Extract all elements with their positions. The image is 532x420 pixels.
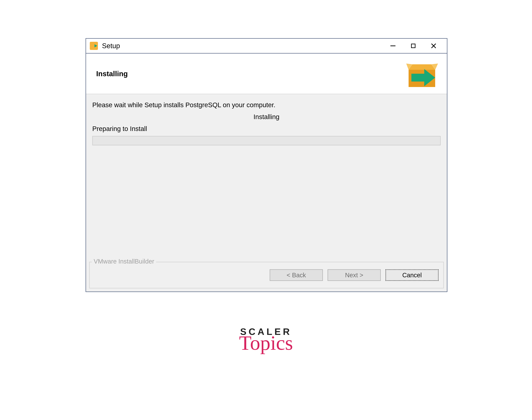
titlebar: Setup [86,39,447,54]
back-button[interactable]: < Back [270,269,323,281]
page-heading: Installing [96,70,128,78]
package-arrow-icon [404,58,440,89]
close-button[interactable] [423,39,444,53]
progress-bar [92,136,441,145]
setup-dialog: Setup Installing [86,38,447,292]
cancel-button[interactable]: Cancel [385,269,439,281]
footer-legend: VMware InstallBuilder [92,258,156,265]
install-centered-label: Installing [92,113,441,121]
svg-marker-6 [409,64,435,70]
install-status: Preparing to Install [92,125,441,133]
next-button[interactable]: Next > [327,269,381,281]
app-icon [89,41,99,51]
maximize-button[interactable] [403,39,423,53]
body-area: Please wait while Setup installs Postgre… [86,94,447,145]
footer-buttons: < Back Next > Cancel [270,269,439,281]
scaler-topics-logo: SCALER Topics [239,327,293,353]
footer-fieldset: VMware InstallBuilder < Back Next > Canc… [89,262,444,288]
header-strip: Installing [86,54,447,94]
svg-rect-3 [411,44,415,48]
install-message: Please wait while Setup installs Postgre… [92,101,441,109]
window-title: Setup [102,42,120,50]
logo-line2: Topics [239,333,293,353]
minimize-button[interactable] [383,39,403,53]
